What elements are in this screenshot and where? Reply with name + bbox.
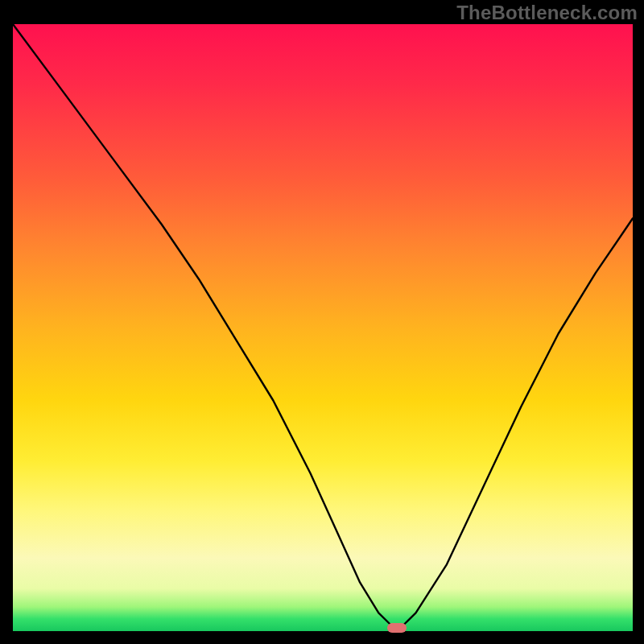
- chart-container: TheBottleneck.com: [0, 0, 644, 644]
- plot-area: [13, 24, 633, 631]
- watermark-text: TheBottleneck.com: [456, 2, 638, 24]
- curve-layer: [13, 24, 633, 631]
- bottleneck-curve: [13, 24, 633, 625]
- optimum-marker: [387, 623, 407, 633]
